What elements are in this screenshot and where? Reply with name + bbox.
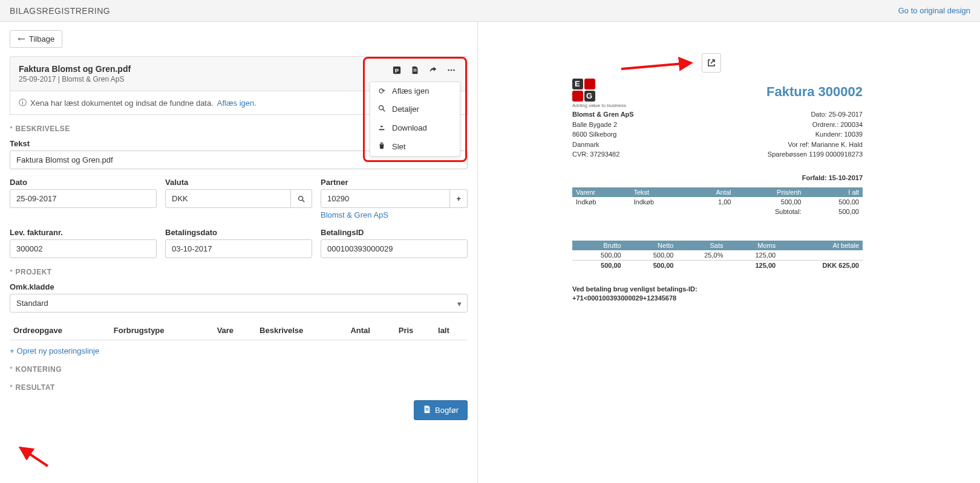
t1-h1: Tekst xyxy=(630,187,687,197)
dropdown-download-label: Download xyxy=(392,123,427,132)
svg-line-9 xyxy=(21,448,48,466)
refresh-icon: ⟳ xyxy=(377,86,386,96)
back-button[interactable]: 🡐 Tilbage xyxy=(10,30,62,48)
download-icon xyxy=(377,123,386,133)
t2-h1: Netto xyxy=(625,241,678,250)
info-icon: ⓘ xyxy=(19,97,27,108)
dropdown-details-label: Detaljer xyxy=(392,105,419,114)
col-ialt: Ialt xyxy=(434,321,468,340)
dropdown-reread-label: Aflæs igen xyxy=(392,86,429,96)
paynote-2: +71<000100393000029+12345678 xyxy=(572,294,863,303)
col-ordreopgave: Ordreopgave xyxy=(10,321,110,340)
doc-items-table: Varenr Tekst Antal Pris/enh I alt Indkøb… xyxy=(572,187,863,216)
document-preview: Adding value to business Faktura 300002 … xyxy=(572,79,863,303)
plus-icon: + xyxy=(10,346,15,355)
doc-forfald: Forfald: 15-10-2017 xyxy=(572,174,863,181)
svg-line-8 xyxy=(302,199,305,202)
logo-tagline: Adding value to business xyxy=(572,103,626,108)
svg-point-2 xyxy=(448,70,449,71)
label-levfaktura: Lev. fakturanr. xyxy=(10,228,157,237)
dropdown-details[interactable]: Detaljer xyxy=(370,100,460,118)
doc-cvr: CVR: 37293482 xyxy=(572,149,634,160)
post-button[interactable]: Bogfør xyxy=(414,400,468,420)
t2-h0: Brutto xyxy=(572,241,625,250)
t2-h2: Sats xyxy=(677,241,727,250)
table-row: 500,00 500,00 125,00 DKK 625,00 xyxy=(572,260,863,270)
add-line-button[interactable]: + Opret ny posteringslinje xyxy=(10,346,99,355)
more-icon[interactable] xyxy=(446,65,457,76)
doc-addr2: 8600 Silkeborg xyxy=(572,129,634,140)
chevron-up-icon: ˄ xyxy=(10,269,13,276)
section-kontering-label: KONTERING xyxy=(16,365,62,374)
paynote-1: Ved betaling brug venligst betalings-ID: xyxy=(572,285,863,294)
search-icon xyxy=(377,104,386,114)
action-dropdown: ⟳ Aflæs igen Detaljer Download Slet xyxy=(370,82,460,157)
dropdown-reread[interactable]: ⟳ Aflæs igen xyxy=(370,82,460,100)
section-projekt[interactable]: ˄ PROJEKT xyxy=(10,268,468,276)
file-card: Faktura Blomst og Gren.pdf 25-09-2017 | … xyxy=(10,56,468,91)
betalingsid-input[interactable] xyxy=(321,239,468,258)
annotation-arrow xyxy=(15,445,51,469)
partner-add-button[interactable]: + xyxy=(450,189,468,208)
share-icon[interactable] xyxy=(428,65,439,76)
info-reread-link[interactable]: Aflæs igen. xyxy=(217,99,256,108)
doc-totals-table: Brutto Netto Sats Moms At betale 500,00 … xyxy=(572,241,863,270)
label-partner: Partner xyxy=(321,178,468,187)
chevron-down-icon: ˅ xyxy=(10,384,13,391)
document-icon xyxy=(423,405,431,415)
dato-input[interactable] xyxy=(10,189,157,208)
section-resultat[interactable]: ˅ RESULTAT xyxy=(10,383,468,392)
svg-point-7 xyxy=(299,196,303,200)
col-antal: Antal xyxy=(347,321,394,340)
chevron-up-icon: ˄ xyxy=(10,126,13,132)
arrow-left-icon: 🡐 xyxy=(18,34,25,44)
t1-h0: Varenr xyxy=(572,187,630,197)
betalingsdato-input[interactable] xyxy=(165,239,312,258)
external-link-icon xyxy=(707,58,716,68)
doc-vorref: Vor ref: Marianne K. Hald xyxy=(768,140,863,150)
parking-icon[interactable]: P xyxy=(391,65,402,76)
page-title: BILAGSREGISTRERING xyxy=(10,6,110,16)
table-row: 500,00 500,00 25,0% 125,00 xyxy=(572,250,863,261)
svg-point-3 xyxy=(451,70,452,71)
section-beskrivelse-label: BESKRIVELSE xyxy=(16,125,70,133)
t2-h3: Moms xyxy=(727,241,779,250)
document-icon[interactable] xyxy=(410,65,420,76)
dropdown-delete-label: Slet xyxy=(392,142,405,151)
t1-h4: I alt xyxy=(805,187,863,197)
annotation-arrow xyxy=(618,57,697,75)
post-label: Bogfør xyxy=(435,406,459,415)
valuta-input[interactable] xyxy=(165,189,291,208)
doc-addr3: Danmark xyxy=(572,140,634,150)
doc-kundenr: Kundenr: 10039 xyxy=(768,129,863,140)
svg-text:P: P xyxy=(395,67,399,74)
chevron-down-icon: ˅ xyxy=(10,366,13,373)
col-forbrugstype: Forbrugstype xyxy=(110,321,214,340)
svg-line-6 xyxy=(383,109,385,112)
eg-logo xyxy=(572,79,626,102)
t1-h2: Antal xyxy=(688,187,735,197)
original-design-link[interactable]: Go to original design xyxy=(898,6,970,15)
popout-button[interactable] xyxy=(702,53,721,73)
label-dato: Dato xyxy=(10,178,157,187)
col-pris: Pris xyxy=(395,321,434,340)
lines-table: Ordreopgave Forbrugstype Vare Beskrivels… xyxy=(10,321,468,340)
trash-icon xyxy=(377,141,386,152)
doc-date: Dato: 25-09-2017 xyxy=(768,109,863,120)
action-highlight: P ⟳ Aflæs igen Detaljer xyxy=(363,57,467,162)
omkkladde-select[interactable] xyxy=(10,294,468,313)
section-kontering[interactable]: ˅ KONTERING xyxy=(10,365,468,374)
label-betalingsid: BetalingsID xyxy=(321,228,468,237)
add-line-label: Opret ny posteringslinje xyxy=(17,346,100,355)
table-row: Indkøb Indkøb 1,00 500,00 500,00 xyxy=(572,197,863,207)
svg-point-4 xyxy=(453,70,455,71)
dropdown-download[interactable]: Download xyxy=(370,118,460,137)
levfaktura-input[interactable] xyxy=(10,239,157,258)
valuta-search-button[interactable] xyxy=(291,189,312,208)
dropdown-delete[interactable]: Slet xyxy=(370,137,460,156)
partner-input[interactable] xyxy=(321,189,450,208)
doc-company: Blomst & Gren ApS xyxy=(572,109,634,120)
info-text: Xena har læst dokumentet og indsat de fu… xyxy=(30,99,214,108)
doc-spare: Sparebøssen 1199 0000918273 xyxy=(768,149,863,160)
partner-name-link[interactable]: Blomst & Gren ApS xyxy=(321,210,388,219)
